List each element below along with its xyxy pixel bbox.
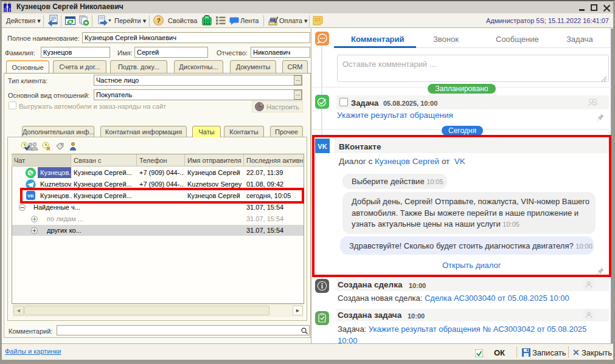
svg-text:VK: VK: [318, 143, 327, 150]
svg-text:?: ?: [156, 17, 161, 24]
